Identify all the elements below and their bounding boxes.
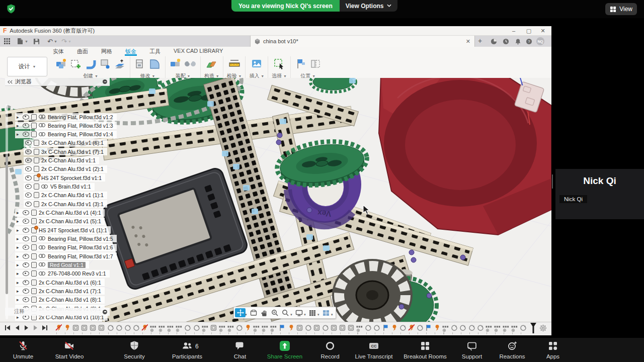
toolbar-record-button[interactable]: Record (306, 340, 354, 361)
chevron-down-icon[interactable]: ▼ (290, 313, 293, 316)
timeline-feature-icon-box[interactable] (81, 324, 88, 332)
browser-item[interactable]: ▸Bearing Flat, Pillow.f3d v1:6 (15, 244, 117, 251)
component-label[interactable]: 3x C-Chan Alu.f3d v1 (7):1 (41, 149, 104, 155)
timeline-step-forward-button[interactable] (32, 324, 38, 331)
display-settings-tool[interactable] (294, 308, 304, 317)
notifications-bell-icon[interactable] (513, 37, 522, 45)
thicken-tool-icon[interactable] (113, 56, 126, 71)
timeline-feature-icon-joint[interactable] (184, 324, 191, 332)
ribbon-tab-工具[interactable]: 工具 (149, 47, 161, 56)
visibility-eye-icon[interactable] (23, 123, 29, 128)
timeline-feature-icon-joint[interactable] (322, 324, 329, 332)
timeline-step-back-button[interactable] (14, 324, 20, 331)
visibility-eye-icon[interactable] (25, 202, 32, 207)
timeline-feature-icon-box[interactable] (90, 324, 96, 332)
visibility-eye-icon[interactable] (25, 193, 32, 198)
timeline-feature-icon-joint[interactable] (124, 324, 131, 332)
toolbar-live-transcript-button[interactable]: CCLive Transcript (350, 340, 398, 361)
timeline-feature-icon-pin[interactable] (288, 324, 294, 332)
toolbar-participants-button[interactable]: 6Participants (163, 340, 211, 361)
browser-item[interactable]: 3x C-Chan Alu.f3d v1 (6):1 (24, 139, 107, 147)
toolbar-security-button[interactable]: Security (110, 340, 158, 361)
timeline-feature-icon-dof[interactable] (262, 324, 268, 332)
zoom-tool[interactable] (270, 308, 280, 317)
timeline-feature-icon-joint[interactable] (451, 324, 457, 332)
expand-arrow-icon[interactable]: ▸ (17, 236, 21, 241)
workspace-switcher[interactable]: 设计▼ (7, 57, 47, 76)
visibility-eye-icon[interactable] (23, 210, 29, 215)
timeline-feature-icon-joint[interactable] (133, 324, 139, 332)
select-tool-icon[interactable] (273, 56, 286, 71)
timeline-feature-icon-dof[interactable] (176, 324, 182, 332)
timeline-feature-icon-dof[interactable] (442, 324, 449, 332)
red-goal-part[interactable] (379, 78, 551, 235)
close-button[interactable]: ✕ (535, 26, 550, 35)
browser-item[interactable]: ▸HS 24T Sprocket.f3d v1 (1):1 (15, 226, 111, 234)
collapse-arrows-icon[interactable] (8, 80, 13, 84)
visibility-eye-icon[interactable] (23, 280, 29, 285)
timeline-feature-icon-dof[interactable] (202, 324, 208, 332)
component-label[interactable]: Bearing Flat, Pillow.f3d v1:5 (48, 236, 113, 242)
expand-arrow-icon[interactable]: ▸ (17, 219, 21, 224)
corner-tool-icon[interactable] (148, 56, 162, 71)
ribbon-tab-VEX CAD LIBRARY[interactable]: VEX CAD LIBRARY (173, 47, 223, 56)
flange-tool-icon[interactable] (55, 56, 68, 71)
job-status-clock-icon[interactable] (501, 37, 510, 45)
visibility-eye-icon[interactable] (23, 271, 29, 276)
visibility-eye-icon[interactable] (25, 140, 32, 145)
view-layout-button[interactable]: View (605, 3, 637, 15)
component-label[interactable]: HS 24T Sprocket.f3d v1:1 (41, 175, 102, 181)
chevron-down-icon[interactable]: ▼ (331, 313, 334, 316)
file-menu-icon[interactable]: ▼ (17, 37, 28, 46)
expand-arrow-icon[interactable]: ▸ (17, 245, 21, 250)
chevron-down-icon[interactable]: ▼ (303, 313, 306, 316)
component-label[interactable]: 2x C-Chan Alu.f3d v1 (2):1 (41, 166, 104, 172)
component-label[interactable]: V5 Brain.f3d v1:1 (50, 184, 91, 190)
browser-item[interactable]: ▸2x C-Chan Alu.f3d v1 (4):1 (15, 209, 105, 217)
timeline-feature-icon-joint[interactable] (373, 324, 380, 332)
timeline-feature-icon-box[interactable] (331, 324, 337, 332)
browser-item[interactable]: ▸Red Goal v1:1 (15, 261, 89, 268)
visibility-eye-icon[interactable] (25, 184, 32, 189)
browser-item[interactable]: 2x C-Chan Alu.f3d v1:1 (24, 157, 99, 164)
timeline-feature-icon-box[interactable] (339, 324, 346, 332)
newcomp-tool-icon[interactable] (169, 56, 182, 71)
convert-tool-icon[interactable] (99, 56, 112, 71)
document-tab[interactable]: china bot v10* ✕ (250, 36, 475, 47)
visibility-eye-icon[interactable] (23, 115, 29, 120)
view-options-button[interactable]: View Options (340, 0, 397, 12)
browser-item[interactable]: 2x C-Chan Alu.f3d v1 (1):1 (24, 192, 107, 199)
undo-icon[interactable]: ↶▼ (47, 37, 57, 46)
zoom-window-tool[interactable] (280, 308, 291, 317)
timeline-feature-icon-box[interactable] (72, 324, 79, 332)
browser-item[interactable]: ▸276-7048-000 Rev3 v1:1 (15, 270, 110, 278)
visibility-eye-icon[interactable] (23, 228, 29, 233)
timeline-feature-icon-pin[interactable] (434, 324, 440, 332)
timeline-feature-icon-flag[interactable] (382, 324, 389, 332)
timeline-feature-icon-joint[interactable] (468, 324, 475, 332)
visibility-eye-icon[interactable] (23, 236, 29, 241)
browser-item[interactable]: ▸2x C-Chan Alu.f3d v1 (5):1 (15, 218, 105, 225)
expand-arrow-icon[interactable]: ▸ (17, 115, 21, 120)
component-label[interactable]: 2x C-Chan Alu.f3d v1 (1):1 (41, 192, 104, 198)
visibility-eye-icon[interactable] (23, 245, 29, 250)
timeline-feature-icon-box[interactable] (210, 324, 217, 332)
browser-item[interactable]: ▸2x C-Chan Alu.f3d v1 (8):1 (15, 296, 105, 304)
ribbon-tab-钣金[interactable]: 钣金 (125, 47, 137, 56)
browser-item[interactable]: ▸Bearing Flat, Pillow.f3d v1:7 (15, 252, 117, 260)
expand-arrow-icon[interactable]: ▸ (17, 210, 21, 215)
toolbar-share-screen-button[interactable]: Share Screen (261, 340, 309, 361)
component-label[interactable]: 276-7048-000 Rev3 v1:1 (48, 270, 106, 277)
timeline-skip-start-button[interactable] (4, 324, 11, 331)
timeline-feature-icon-dof[interactable] (494, 324, 501, 332)
timeline-feature-icon-joint[interactable] (116, 324, 122, 332)
component-label[interactable]: 2x C-Chan Alu.f3d v1 (8):1 (39, 297, 101, 303)
browser-item[interactable]: ▸Bearing Flat, Pillow.f3d v1:2 (15, 113, 117, 121)
pan-hand-tool[interactable] (259, 308, 270, 317)
extensions-icon[interactable] (489, 37, 498, 45)
visibility-eye-icon[interactable] (23, 219, 29, 224)
sketch-tool-icon[interactable] (69, 56, 83, 71)
component-label[interactable]: 2x C-Chan Alu.f3d v1:1 (41, 157, 96, 163)
component-label[interactable]: 2x C-Chan Alu.f3d v1 (3):1 (41, 201, 104, 207)
component-label[interactable]: Bearing Flat, Pillow.f3d v1:6 (48, 244, 113, 250)
